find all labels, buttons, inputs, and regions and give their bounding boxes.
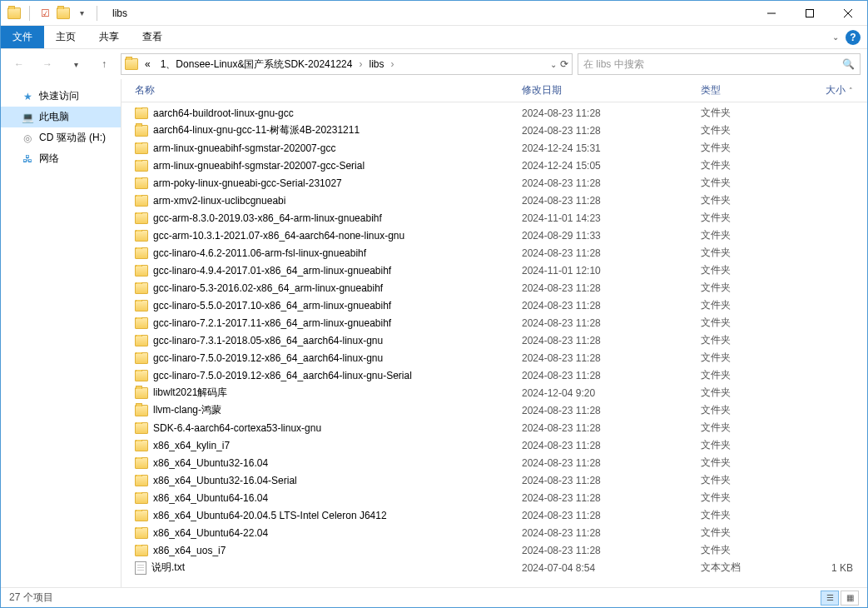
crumb-0[interactable]: 1、Donsee-Linux&国产系统SDK-20241224 bbox=[157, 56, 356, 73]
file-date: 2024-08-23 11:28 bbox=[517, 545, 696, 556]
svg-rect-1 bbox=[806, 9, 814, 17]
file-row[interactable]: gcc-linaro-7.5.0-2019.12-x86_64_aarch64-… bbox=[122, 349, 867, 366]
file-row[interactable]: gcc-linaro-4.6.2-2011.06-arm-fsl-linux-g… bbox=[122, 244, 867, 262]
ribbon-tab-file[interactable]: 文件 bbox=[1, 26, 44, 48]
crumb-1[interactable]: libs bbox=[365, 57, 387, 72]
file-row[interactable]: gcc-linaro-4.9.4-2017.01-x86_64_arm-linu… bbox=[122, 262, 867, 279]
column-header-name[interactable]: 名称 bbox=[130, 83, 517, 97]
help-icon[interactable]: ? bbox=[846, 30, 861, 45]
file-row[interactable]: gcc-linaro-7.5.0-2019.12-x86_64_aarch64-… bbox=[122, 366, 867, 384]
forward-button[interactable]: → bbox=[36, 52, 59, 76]
back-button[interactable]: ← bbox=[7, 52, 31, 76]
file-row[interactable]: gcc-linaro-5.3-2016.02-x86_64_arm-linux-… bbox=[122, 279, 867, 297]
ribbon-tab-view[interactable]: 查看 bbox=[131, 26, 174, 48]
file-row[interactable]: gcc-linaro-5.5.0-2017.10-x86_64_arm-linu… bbox=[122, 297, 867, 314]
file-row[interactable]: x86_x64_Ubuntu64-22.042024-08-23 11:28文件… bbox=[122, 524, 867, 541]
nav-label: CD 驱动器 (H:) bbox=[39, 131, 106, 145]
view-icons-button[interactable]: ▦ bbox=[841, 591, 859, 606]
ribbon-tab-home[interactable]: 主页 bbox=[44, 26, 87, 48]
nav-quick-access[interactable]: ★ 快速访问 bbox=[1, 86, 121, 107]
folder-icon bbox=[135, 457, 148, 469]
file-row[interactable]: 说明.txt2024-07-04 8:54文本文档1 KB bbox=[122, 559, 867, 576]
file-row[interactable]: aarch64-linux-gnu-gcc-11-树莓派4B-202312112… bbox=[122, 122, 867, 139]
file-name: arm-poky-linux-gnueabi-gcc-Serial-231027 bbox=[153, 177, 342, 189]
chevron-right-icon[interactable]: › bbox=[359, 58, 362, 70]
ribbon-expand-icon[interactable]: ⌄ bbox=[832, 32, 839, 42]
file-date: 2024-08-23 11:28 bbox=[517, 492, 696, 504]
folder-icon bbox=[135, 107, 148, 119]
address-bar[interactable]: « 1、Donsee-Linux&国产系统SDK-20241224 › libs… bbox=[121, 53, 573, 75]
file-row[interactable]: arm-linux-gnueabihf-sgmstar-202007-gcc-S… bbox=[122, 157, 867, 174]
folder-app-icon bbox=[7, 7, 21, 20]
up-button[interactable]: ↑ bbox=[92, 52, 116, 76]
file-list[interactable]: aarch64-buildroot-linux-gnu-gcc2024-08-2… bbox=[122, 102, 867, 587]
file-row[interactable]: arm-poky-linux-gnueabi-gcc-Serial-231027… bbox=[122, 174, 867, 192]
nav-this-pc[interactable]: 💻 此电脑 bbox=[1, 107, 121, 127]
file-row[interactable]: gcc-linaro-7.3.1-2018.05-x86_64_aarch64-… bbox=[122, 331, 867, 349]
folder-icon bbox=[135, 195, 148, 207]
refresh-icon[interactable]: ⟳ bbox=[560, 58, 568, 70]
folder-icon bbox=[135, 440, 148, 451]
folder-icon bbox=[135, 405, 148, 416]
file-date: 2024-08-23 11:28 bbox=[517, 177, 696, 189]
folder-icon bbox=[135, 177, 148, 189]
file-row[interactable]: x86_x64_uos_i72024-08-23 11:28文件夹 bbox=[122, 541, 867, 559]
file-row[interactable]: arm-xmv2-linux-uclibcgnueabi2024-08-23 1… bbox=[122, 192, 867, 209]
file-row[interactable]: x86_x64_Ubuntu64-16.042024-08-23 11:28文件… bbox=[122, 489, 867, 506]
file-row[interactable]: libwlt2021解码库2024-12-04 9:20文件夹 bbox=[122, 384, 867, 401]
folder-icon bbox=[135, 545, 148, 556]
file-date: 2024-08-23 11:28 bbox=[517, 475, 696, 486]
file-row[interactable]: x86_x64_kylin_i72024-08-23 11:28文件夹 bbox=[122, 436, 867, 454]
file-row[interactable]: llvm-clang-鸿蒙2024-08-23 11:28文件夹 bbox=[122, 401, 867, 419]
file-type: 文件夹 bbox=[696, 438, 791, 452]
file-date: 2024-08-23 11:28 bbox=[517, 510, 696, 521]
file-row[interactable]: x86_x64_Ubuntu32-16.04-Serial2024-08-23 … bbox=[122, 471, 867, 489]
close-button[interactable] bbox=[829, 1, 867, 26]
folder-icon bbox=[135, 370, 148, 381]
file-date: 2024-08-23 11:28 bbox=[517, 125, 696, 137]
file-type: 文件夹 bbox=[696, 123, 791, 137]
search-input[interactable] bbox=[583, 58, 842, 70]
file-date: 2024-12-04 9:20 bbox=[517, 387, 696, 399]
file-type: 文件夹 bbox=[696, 228, 791, 242]
file-name: x86_x64_Ubuntu64-22.04 bbox=[153, 527, 268, 539]
folder-icon bbox=[57, 7, 70, 20]
file-name: gcc-linaro-5.3-2016.02-x86_64_arm-linux-… bbox=[153, 282, 383, 294]
folder-icon bbox=[135, 160, 148, 172]
column-header-date[interactable]: 修改日期 bbox=[517, 83, 696, 97]
file-date: 2024-11-01 12:10 bbox=[517, 265, 696, 277]
crumb-prefix[interactable]: « bbox=[141, 57, 154, 72]
file-row[interactable]: x86_x64_Ubuntu32-16.042024-08-23 11:28文件… bbox=[122, 454, 867, 471]
window-title: libs bbox=[112, 7, 127, 19]
qat-dropdown-icon[interactable]: ▾ bbox=[75, 7, 88, 20]
file-row[interactable]: x86_x64_Ubuntu64-20.04.5 LTS-Intel Celer… bbox=[122, 506, 867, 524]
view-details-button[interactable]: ☰ bbox=[821, 591, 839, 606]
nav-cd-drive[interactable]: ◎ CD 驱动器 (H:) bbox=[1, 127, 121, 148]
address-dropdown-icon[interactable]: ⌄ bbox=[550, 60, 557, 69]
search-icon[interactable]: 🔍 bbox=[842, 58, 855, 70]
folder-icon bbox=[135, 230, 148, 242]
folder-icon bbox=[135, 352, 148, 364]
file-name: x86_x64_uos_i7 bbox=[153, 545, 226, 556]
recent-dropdown-icon[interactable]: ▾ bbox=[64, 52, 87, 76]
file-type: 文件夹 bbox=[696, 211, 791, 225]
column-header-size[interactable]: 大小 ˄ bbox=[791, 83, 858, 97]
ribbon-tab-share[interactable]: 共享 bbox=[87, 26, 131, 48]
file-row[interactable]: arm-linux-gnueabihf-sgmstar-202007-gcc20… bbox=[122, 139, 867, 157]
file-row[interactable]: aarch64-buildroot-linux-gnu-gcc2024-08-2… bbox=[122, 104, 867, 122]
item-count: 27 个项目 bbox=[9, 591, 53, 605]
file-row[interactable]: gcc-arm-10.3.1-2021.07-x86_64-aarch64-no… bbox=[122, 227, 867, 244]
search-box[interactable]: 🔍 bbox=[578, 53, 861, 75]
file-name: libwlt2021解码库 bbox=[153, 386, 227, 400]
file-row[interactable]: SDK-6.4-aarch64-cortexa53-linux-gnu2024-… bbox=[122, 419, 867, 436]
file-row[interactable]: gcc-linaro-7.2.1-2017.11-x86_64_arm-linu… bbox=[122, 314, 867, 331]
qat-properties-icon[interactable]: ☑ bbox=[38, 7, 52, 20]
maximize-button[interactable] bbox=[791, 1, 829, 26]
file-name: arm-linux-gnueabihf-sgmstar-202007-gcc-S… bbox=[153, 160, 365, 172]
minimize-button[interactable] bbox=[752, 1, 791, 26]
file-row[interactable]: gcc-arm-8.3.0-2019.03-x86_64-arm-linux-g… bbox=[122, 209, 867, 227]
column-header-type[interactable]: 类型 bbox=[696, 83, 791, 97]
sort-indicator-icon: ˄ bbox=[849, 87, 853, 95]
nav-network[interactable]: 🖧 网络 bbox=[1, 148, 121, 169]
chevron-right-icon[interactable]: › bbox=[391, 58, 394, 70]
